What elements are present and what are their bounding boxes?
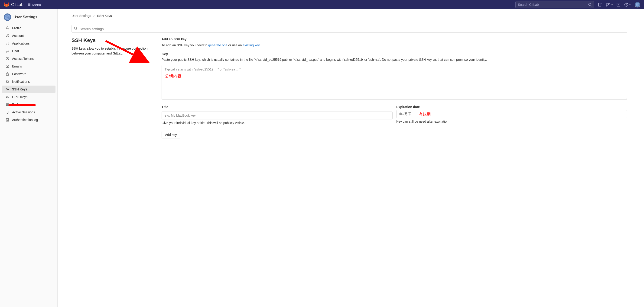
account-icon xyxy=(6,34,9,37)
sidebar-item-label: GPG Keys xyxy=(12,95,28,99)
section-description: SSH keys allow you to establish a secure… xyxy=(72,46,150,56)
sidebar-item-password[interactable]: Password xyxy=(2,70,56,78)
lock-icon xyxy=(6,72,9,76)
issues-dropdown[interactable] xyxy=(606,2,613,7)
key-textarea[interactable] xyxy=(162,65,627,100)
user-icon xyxy=(6,26,9,30)
chat-icon xyxy=(6,49,9,53)
sidebar-item-auth-log[interactable]: Authentication log xyxy=(2,116,56,124)
sidebar-item-active-sessions[interactable]: Active Sessions xyxy=(2,108,56,116)
annotation-validity: 有效期 xyxy=(419,111,431,117)
chevron-down-icon xyxy=(610,3,613,6)
help-icon xyxy=(624,2,628,7)
generate-one-link[interactable]: generate one xyxy=(208,43,228,47)
user-avatar-small xyxy=(4,13,11,21)
log-icon xyxy=(6,118,9,122)
sidebar-item-label: Chat xyxy=(12,49,19,53)
sidebar-item-profile[interactable]: Profile xyxy=(2,24,56,32)
form-title: Add an SSH key xyxy=(162,37,627,41)
sidebar-header: User Settings xyxy=(0,11,57,24)
sidebar-item-label: Access Tokens xyxy=(12,57,34,60)
mail-icon xyxy=(6,64,9,68)
key-help-text: Paste your public SSH key, which is usua… xyxy=(162,57,627,62)
sidebar-item-label: Password xyxy=(12,72,26,76)
search-settings[interactable] xyxy=(72,25,627,33)
sidebar-item-label: Emails xyxy=(12,64,22,68)
sidebar-item-chat[interactable]: Chat xyxy=(2,47,56,55)
title-label: Title xyxy=(162,105,392,109)
key-icon xyxy=(6,95,9,99)
key-label: Key xyxy=(162,52,627,56)
sidebar-item-gpg-keys[interactable]: GPG Keys xyxy=(2,93,56,101)
breadcrumb-current: SSH Keys xyxy=(97,14,112,18)
menu-label: Menu xyxy=(32,3,41,7)
sidebar-item-notifications[interactable]: Notifications xyxy=(2,78,56,85)
sidebar: User Settings Profile Account Applicatio… xyxy=(0,9,58,307)
search-settings-input[interactable] xyxy=(72,25,627,33)
sidebar-item-label: SSH Keys xyxy=(12,87,28,91)
search-icon xyxy=(74,27,78,31)
hamburger-icon xyxy=(27,3,31,6)
expiration-label: Expiration date xyxy=(396,105,627,109)
sidebar-item-label: Active Sessions xyxy=(12,110,35,114)
menu-button[interactable]: Menu xyxy=(27,3,41,7)
sidebar-item-ssh-keys[interactable]: SSH Keys xyxy=(2,86,56,93)
expiration-hint: Key can still be used after expiration. xyxy=(396,119,627,124)
sidebar-item-label: Applications xyxy=(12,41,30,45)
add-key-button[interactable]: Add key xyxy=(162,131,180,138)
sidebar-item-label: Authentication log xyxy=(12,118,38,122)
todos-button[interactable] xyxy=(616,2,621,7)
gitlab-logo-icon xyxy=(4,2,9,7)
chevron-down-icon xyxy=(629,3,632,6)
global-search-input[interactable] xyxy=(518,3,588,6)
search-icon xyxy=(588,3,592,6)
section-heading: SSH Keys xyxy=(72,37,150,43)
sidebar-item-applications[interactable]: Applications xyxy=(2,40,56,47)
existing-key-link[interactable]: existing key xyxy=(243,43,260,47)
breadcrumb: User Settings SSH Keys xyxy=(72,13,627,21)
token-icon xyxy=(6,57,9,60)
user-avatar[interactable] xyxy=(635,2,640,7)
sidebar-item-label: Profile xyxy=(12,26,21,30)
breadcrumb-root[interactable]: User Settings xyxy=(72,14,91,18)
global-search[interactable] xyxy=(516,1,594,8)
branch-icon xyxy=(606,2,610,7)
new-item-button[interactable] xyxy=(598,2,602,7)
sidebar-item-emails[interactable]: Emails xyxy=(2,63,56,70)
sidebar-item-label: Notifications xyxy=(12,80,30,83)
brand-label: GitLab xyxy=(11,2,24,7)
expiration-input[interactable]: 年 /月/日 有效期 xyxy=(396,110,627,118)
annotation-underline xyxy=(8,104,36,106)
sidebar-item-account[interactable]: Account xyxy=(2,32,56,39)
sidebar-item-label: Account xyxy=(12,34,24,37)
title-hint: Give your individual key a title. This w… xyxy=(162,121,392,125)
main-content: User Settings SSH Keys SSH Keys SSH keys… xyxy=(58,9,644,307)
top-navbar: GitLab Menu xyxy=(0,0,644,9)
form-intro: To add an SSH key you need to generate o… xyxy=(162,43,627,48)
key-icon xyxy=(6,87,9,91)
bell-icon xyxy=(6,80,9,83)
chevron-right-icon xyxy=(93,14,95,18)
sidebar-title: User Settings xyxy=(14,15,38,19)
help-dropdown[interactable] xyxy=(624,2,632,7)
sidebar-item-access-tokens[interactable]: Access Tokens xyxy=(2,55,56,62)
apps-icon xyxy=(6,41,9,45)
title-input[interactable] xyxy=(162,111,392,119)
brand[interactable]: GitLab xyxy=(4,2,24,7)
sessions-icon xyxy=(6,110,9,114)
